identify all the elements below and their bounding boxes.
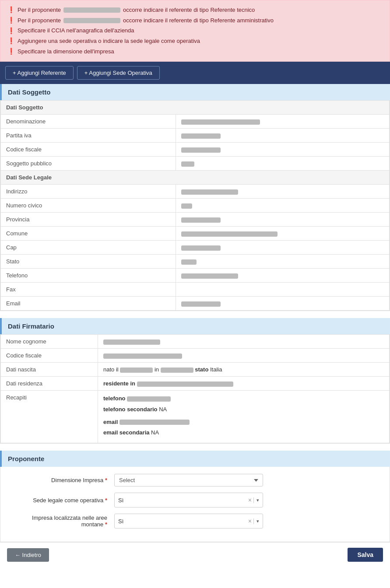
field-label-denominazione: Denominazione [1, 114, 176, 128]
impresa-montane-control: Sì × ▾ [114, 514, 263, 528]
chevron-down-icon: ▾ [253, 497, 259, 503]
required-star-2: * [105, 497, 107, 504]
dimensione-impresa-control: Select [114, 474, 263, 486]
table-row: Nome cognome [1, 334, 390, 348]
dati-soggetto-header: Dati Soggetto [0, 84, 390, 100]
chevron-down-icon-2: ▾ [253, 518, 259, 524]
field-value-recapiti: telefono telefono secondario NA email em… [98, 390, 390, 443]
table-row: Provincia [1, 212, 390, 226]
proponente-header: Proponente [0, 451, 390, 467]
field-value-denominazione [176, 114, 389, 128]
field-label-indirizzo: Indirizzo [1, 184, 176, 198]
field-label-recapiti: Recapiti [1, 390, 98, 443]
recapiti-content: telefono telefono secondario NA email em… [103, 394, 384, 438]
field-label-telefono: Telefono [1, 268, 176, 282]
impresa-montane-row: Impresa localizzata nelle aree montane *… [9, 514, 381, 528]
aggiungi-sede-button[interactable]: + Aggiungi Sede Operativa [77, 66, 160, 80]
back-button[interactable]: ← Indietro [7, 548, 49, 562]
field-label-nome-cognome: Nome cognome [1, 334, 98, 348]
table-row: Codice fiscale [1, 142, 390, 156]
field-label-numero-civico: Numero civico [1, 198, 176, 212]
table-row: Dati residenza residente in [1, 376, 390, 390]
field-value-email [176, 296, 389, 310]
field-label-dati-residenza: Dati residenza [1, 376, 98, 390]
telefono-secondario-row: telefono secondario NA [103, 405, 384, 414]
firmatario-table: Nome cognome Codice fiscale Dati nascita… [0, 334, 390, 443]
required-star-1: * [105, 477, 107, 483]
error-icon-3: ❗ [7, 26, 15, 36]
table-row: Recapiti telefono telefono secondario NA… [1, 390, 390, 443]
dati-soggetto-table: Dati Soggetto Denominazione Partita iva … [0, 100, 390, 311]
table-row: Cap [1, 240, 390, 254]
subheader-sede-legale: Dati Sede Legale [1, 170, 390, 184]
save-button[interactable]: Salva [348, 548, 383, 562]
sede-legale-control: Sì × ▾ [114, 493, 263, 508]
table-row: Soggetto pubblico [1, 156, 390, 170]
subheader-soggetto: Dati Soggetto [1, 100, 390, 114]
error-2: ❗ Per il proponente occorre indicare il … [7, 15, 383, 26]
error-icon-1: ❗ [7, 5, 15, 15]
dati-firmatario-wrapper: Nome cognome Codice fiscale Dati nascita… [0, 334, 390, 444]
field-label-comune: Comune [1, 226, 176, 240]
field-value-codice-fiscale-firm [98, 348, 390, 362]
field-value-comune [176, 226, 389, 240]
field-value-telefono [176, 268, 389, 282]
error-icon-4: ❗ [7, 36, 15, 46]
proponente-section: Dimensione Impresa * Select Sede legale … [0, 467, 390, 542]
field-label-dati-nascita: Dati nascita [1, 362, 98, 376]
field-label-soggetto-pubblico: Soggetto pubblico [1, 156, 176, 170]
table-row: Denominazione [1, 114, 390, 128]
table-row: Dati nascita nato il in stato Italia [1, 362, 390, 376]
field-label-codice-fiscale: Codice fiscale [1, 142, 176, 156]
error-banner: ❗ Per il proponente occorre indicare il … [0, 0, 390, 62]
table-row: Telefono [1, 268, 390, 282]
field-value-dati-nascita: nato il in stato Italia [98, 362, 390, 376]
error-icon-2: ❗ [7, 15, 15, 26]
field-label-cap: Cap [1, 240, 176, 254]
field-value-numero-civico [176, 198, 389, 212]
sede-legale-row: Sede legale come operativa * Sì × ▾ [9, 493, 381, 508]
table-row: Stato [1, 254, 390, 268]
field-value-stato [176, 254, 389, 268]
field-value-fax [176, 282, 389, 296]
dati-soggetto-wrapper: Dati Soggetto Denominazione Partita iva … [0, 100, 390, 311]
table-row: Indirizzo [1, 184, 390, 198]
field-value-nome-cognome [98, 334, 390, 348]
field-label-provincia: Provincia [1, 212, 176, 226]
error-3: ❗ Specificare il CCIA nell'anagrafica de… [7, 26, 383, 36]
error-5: ❗ Specificare la dimensione dell'impresa [7, 46, 383, 57]
impresa-montane-label: Impresa localizzata nelle aree montane * [9, 514, 114, 528]
field-value-indirizzo [176, 184, 389, 198]
dimensione-impresa-select[interactable]: Select [114, 474, 263, 486]
field-label-codice-fiscale-firm: Codice fiscale [1, 348, 98, 362]
sede-legale-label: Sede legale come operativa * [9, 497, 114, 504]
field-label-email: Email [1, 296, 176, 310]
table-row: Numero civico [1, 198, 390, 212]
field-value-cap [176, 240, 389, 254]
sede-legale-value: Sì [118, 497, 248, 504]
required-star-3: * [105, 521, 107, 528]
impresa-montane-clear-icon[interactable]: × [248, 518, 252, 525]
aggiungi-referente-button[interactable]: + Aggiungi Referente [5, 66, 74, 80]
field-value-provincia [176, 212, 389, 226]
table-row: Codice fiscale [1, 348, 390, 362]
field-value-partita-iva [176, 128, 389, 142]
dimensione-impresa-row: Dimensione Impresa * Select [9, 474, 381, 486]
sede-legale-select2[interactable]: Sì × ▾ [114, 493, 263, 508]
impresa-montane-select2[interactable]: Sì × ▾ [114, 514, 263, 528]
error-icon-5: ❗ [7, 46, 15, 57]
action-bar: + Aggiungi Referente + Aggiungi Sede Ope… [0, 62, 390, 84]
field-label-fax: Fax [1, 282, 176, 296]
error-4: ❗ Aggiungere una sede operativa o indica… [7, 36, 383, 46]
field-value-soggetto-pubblico [176, 156, 389, 170]
telefono-row: telefono [103, 394, 384, 403]
dati-firmatario-header: Dati Firmatario [0, 318, 390, 334]
page-footer: ← Indietro Salva [0, 542, 390, 567]
field-label-partita-iva: Partita iva [1, 128, 176, 142]
table-row: Email [1, 296, 390, 310]
sede-legale-clear-icon[interactable]: × [248, 497, 252, 504]
error-1: ❗ Per il proponente occorre indicare il … [7, 5, 383, 15]
impresa-montane-value: Sì [118, 518, 248, 525]
field-label-stato: Stato [1, 254, 176, 268]
table-row: Fax [1, 282, 390, 296]
